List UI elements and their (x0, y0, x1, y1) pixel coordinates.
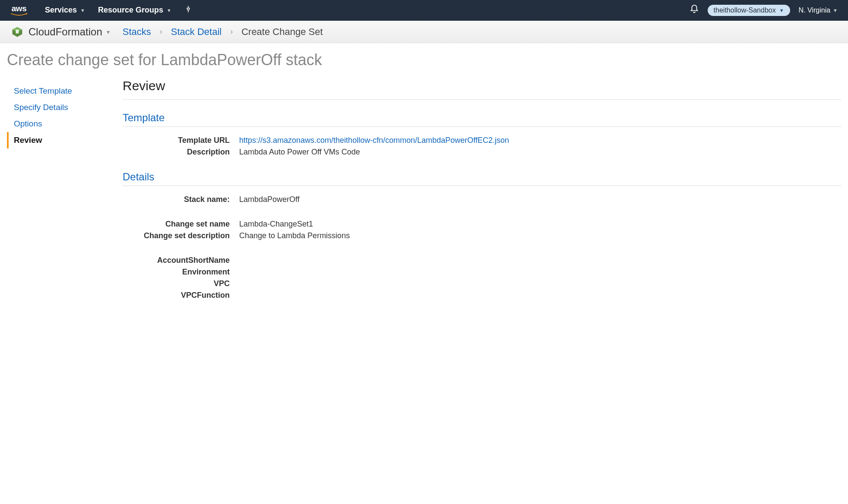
change-set-description-value: Change to Lambda Permissions (239, 231, 350, 240)
caret-down-icon: ▼ (833, 8, 838, 13)
notifications-icon[interactable] (690, 4, 699, 16)
region-menu[interactable]: N. Virginia ▼ (799, 6, 838, 14)
template-description-value: Lambda Auto Power Off VMs Code (239, 148, 360, 157)
wizard-step[interactable]: Options (7, 116, 115, 132)
parameter-label: AccountShortName (123, 256, 239, 265)
change-set-name-label: Change set name (123, 220, 239, 229)
pin-icon[interactable] (184, 5, 192, 15)
svg-rect-2 (16, 29, 19, 33)
crumb-stack-detail[interactable]: Stack Detail (171, 26, 221, 38)
wizard-step[interactable]: Review (7, 132, 115, 148)
parameter-row: VPC (123, 278, 841, 290)
stack-name-value: LambdaPowerOff (239, 195, 300, 204)
stack-name-row: Stack name: LambdaPowerOff (123, 194, 841, 205)
wizard-step[interactable]: Select Template (7, 83, 115, 99)
resource-groups-label: Resource Groups (98, 6, 163, 15)
account-name: theithollow-Sandbox (714, 6, 776, 14)
aws-logo[interactable]: aws (10, 4, 28, 16)
wizard-steps: Select TemplateSpecify DetailsOptionsRev… (7, 79, 115, 314)
aws-swoosh-icon (10, 13, 28, 16)
template-url-label: Template URL (123, 136, 239, 145)
change-set-name-value: Lambda-ChangeSet1 (239, 220, 313, 229)
template-url-row: Template URL https://s3.amazonaws.com/th… (123, 135, 841, 146)
services-menu[interactable]: Services ▼ (45, 6, 85, 15)
parameter-row: VPCFunction (123, 290, 841, 301)
service-name[interactable]: CloudFormation (28, 26, 102, 38)
caret-down-icon: ▼ (80, 8, 85, 13)
account-menu[interactable]: theithollow-Sandbox ▼ (708, 5, 790, 16)
template-description-row: Description Lambda Auto Power Off VMs Co… (123, 146, 841, 158)
page-title: Create change set for LambdaPowerOff sta… (7, 51, 841, 69)
parameter-row: Environment (123, 266, 841, 278)
template-url-value[interactable]: https://s3.amazonaws.com/theithollow-cfn… (239, 136, 509, 145)
parameter-label: Environment (123, 268, 239, 277)
caret-down-icon[interactable]: ▾ (107, 28, 110, 35)
top-nav: aws Services ▼ Resource Groups ▼ theitho… (0, 0, 848, 21)
parameter-row: AccountShortName (123, 255, 841, 266)
change-set-description-row: Change set description Change to Lambda … (123, 230, 841, 242)
change-set-description-label: Change set description (123, 231, 239, 240)
review-content: Review Template Template URL https://s3.… (115, 79, 841, 314)
chevron-right-icon: › (230, 27, 233, 36)
chevron-right-icon: › (160, 27, 162, 36)
details-section-heading: Details (123, 171, 841, 186)
parameter-label: VPC (123, 279, 239, 288)
region-label: N. Virginia (799, 6, 831, 14)
breadcrumb: CloudFormation ▾ Stacks › Stack Detail ›… (0, 21, 848, 43)
template-section-heading: Template (123, 112, 841, 127)
resource-groups-menu[interactable]: Resource Groups ▼ (98, 6, 171, 15)
cloudformation-service-icon (11, 26, 23, 38)
change-set-name-row: Change set name Lambda-ChangeSet1 (123, 218, 841, 230)
review-heading: Review (123, 79, 841, 100)
wizard-step[interactable]: Specify Details (7, 99, 115, 116)
caret-down-icon: ▼ (167, 8, 171, 13)
services-label: Services (45, 6, 77, 15)
crumb-stacks[interactable]: Stacks (123, 26, 151, 38)
template-description-label: Description (123, 148, 239, 157)
crumb-current: Create Change Set (241, 26, 323, 38)
stack-name-label: Stack name: (123, 195, 239, 204)
parameter-label: VPCFunction (123, 291, 239, 300)
caret-down-icon: ▼ (779, 8, 784, 13)
